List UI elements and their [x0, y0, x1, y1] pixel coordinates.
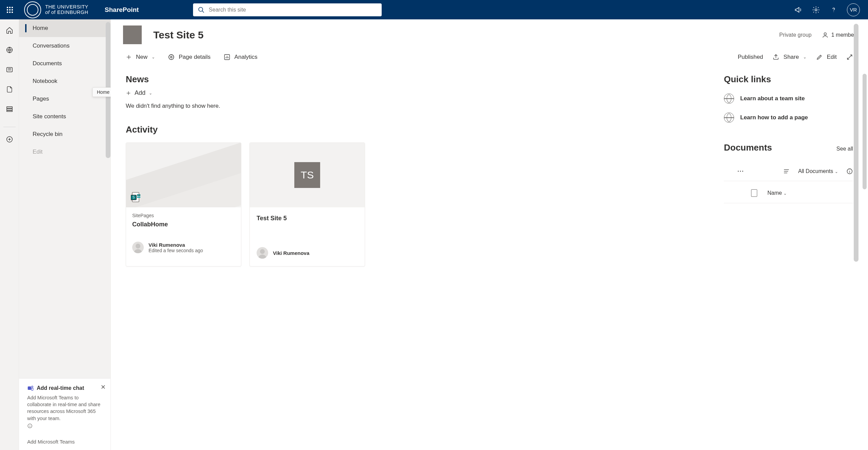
globe-icon	[724, 93, 734, 104]
site-title[interactable]: Test Site 5	[153, 29, 204, 41]
megaphone-icon[interactable]	[794, 5, 803, 14]
file-type-column-icon[interactable]	[751, 189, 757, 197]
svg-text:S: S	[133, 195, 135, 199]
search-input[interactable]	[209, 7, 377, 13]
app-name[interactable]: SharePoint	[105, 6, 139, 14]
avatar-icon	[132, 242, 144, 253]
members-count[interactable]: 1 member	[822, 32, 856, 38]
card-title: CollabHome	[132, 221, 235, 228]
documents-columns: Name ⌄	[724, 181, 853, 203]
nav-documents[interactable]: Documents	[19, 55, 110, 72]
documents-section: Documents See all ··· All Documents ⌄ Na…	[724, 142, 853, 203]
chevron-down-icon: ⌄	[149, 91, 152, 96]
search-icon	[198, 6, 205, 13]
svg-rect-8	[6, 107, 12, 108]
card-category: SitePages	[132, 213, 235, 218]
rail-home-icon[interactable]	[5, 26, 14, 34]
svg-point-23	[171, 56, 172, 58]
news-empty: We didn't find anything to show here.	[126, 103, 705, 109]
news-add-button[interactable]: Add ⌄	[126, 89, 705, 97]
view-menu-icon	[783, 169, 790, 174]
analytics-button[interactable]: Analytics	[224, 54, 258, 60]
site-header: Test Site 5 Private group 1 member	[111, 19, 868, 50]
canvas: Test Site 5 Private group 1 member New ⌄	[111, 19, 868, 450]
quicklink-item[interactable]: Learn how to add a page	[724, 112, 853, 123]
more-actions-button[interactable]: ···	[737, 168, 744, 174]
info-icon[interactable]	[846, 168, 853, 175]
nav-recycle-bin[interactable]: Recycle bin	[19, 125, 110, 143]
add-teams-link[interactable]: Add Microsoft Teams	[27, 439, 102, 445]
card-title: Test Site 5	[257, 215, 358, 222]
app-launcher[interactable]	[0, 0, 19, 19]
tenant-name: THE UNIVERSITY of of EDINBURGH	[45, 4, 88, 15]
chevron-down-icon: ⌄	[152, 55, 155, 59]
card-preview: TS	[250, 143, 365, 207]
card-subtitle: Edited a few seconds ago	[149, 248, 203, 253]
callout-title: Add real-time chat	[37, 385, 84, 391]
rail-files-icon[interactable]	[5, 85, 14, 93]
svg-point-18	[30, 425, 30, 425]
callout-close-icon[interactable]: ✕	[101, 383, 106, 391]
svg-rect-33	[137, 194, 140, 196]
rail-lists-icon[interactable]	[5, 105, 14, 113]
svg-rect-5	[6, 68, 12, 72]
svg-point-3	[833, 11, 834, 12]
edit-button[interactable]: Edit	[816, 54, 837, 60]
news-section: News Add ⌄ We didn't find anything to sh…	[126, 74, 705, 109]
svg-rect-10	[6, 110, 12, 112]
svg-line-1	[202, 11, 204, 13]
svg-point-19	[824, 33, 827, 35]
teams-icon	[27, 385, 34, 392]
canvas-scrollbar[interactable]	[863, 74, 867, 189]
help-icon[interactable]	[829, 5, 838, 14]
svg-point-2	[815, 9, 817, 11]
activity-section: Activity S SitePages CollabHome	[126, 124, 705, 266]
nav-conversations[interactable]: Conversations	[19, 37, 110, 55]
app-rail	[0, 19, 19, 450]
see-all-link[interactable]: See all	[836, 146, 853, 152]
svg-point-15	[32, 386, 33, 387]
name-column[interactable]: Name ⌄	[767, 190, 787, 196]
chevron-down-icon: ⌄	[803, 55, 806, 59]
sitepage-icon: S	[131, 192, 142, 203]
site-logo[interactable]	[123, 25, 142, 44]
rail-mysites-icon[interactable]	[5, 46, 14, 54]
share-button[interactable]: Share ⌄	[772, 54, 806, 60]
nav-edit[interactable]: Edit	[19, 143, 110, 161]
avatar-icon	[257, 247, 268, 259]
documents-heading: Documents	[724, 142, 772, 153]
activity-heading: Activity	[126, 124, 705, 135]
tenant-logo[interactable]: THE UNIVERSITY of of EDINBURGH	[19, 1, 88, 18]
rail-create-icon[interactable]	[5, 135, 14, 143]
view-selector[interactable]: All Documents ⌄	[798, 168, 838, 174]
svg-rect-14	[28, 386, 31, 390]
callout-body: Add Microsoft Teams to collaborate in re…	[27, 394, 102, 422]
svg-point-40	[849, 170, 850, 170]
quicklink-item[interactable]: Learn about a team site	[724, 93, 853, 104]
rail-news-icon[interactable]	[5, 66, 14, 74]
search-box[interactable]	[193, 3, 382, 16]
nav-site-contents[interactable]: Site contents	[19, 108, 110, 125]
activity-card[interactable]: TS Test Site 5 Viki Rumenova	[249, 142, 365, 266]
site-nav: Home Conversations Documents Notebook Pa…	[19, 19, 111, 450]
globe-icon	[724, 112, 734, 123]
new-button[interactable]: New ⌄	[126, 54, 155, 60]
page-details-button[interactable]: Page details	[168, 54, 211, 60]
me-avatar[interactable]: VR	[847, 3, 860, 16]
university-crest-icon	[24, 1, 41, 18]
teams-callout: ✕ Add real-time chat Add Microsoft Teams…	[19, 378, 110, 450]
suite-bar: THE UNIVERSITY of of EDINBURGH SharePoin…	[0, 0, 868, 19]
settings-icon[interactable]	[812, 5, 820, 14]
quicklinks-section: Quick links Learn about a team site Lear…	[724, 74, 853, 123]
card-author: Viki Rumenova	[273, 250, 309, 256]
activity-card[interactable]: S SitePages CollabHome Viki Rumenova	[126, 142, 241, 266]
callout-info-icon[interactable]	[27, 423, 102, 430]
nav-home[interactable]: Home	[19, 19, 110, 37]
site-tile: TS	[294, 162, 320, 188]
waffle-icon	[7, 7, 13, 13]
news-heading: News	[126, 74, 705, 85]
card-author: Viki Rumenova	[149, 242, 203, 248]
card-preview: S	[126, 143, 241, 207]
quicklinks-heading: Quick links	[724, 74, 853, 85]
expand-button[interactable]	[846, 54, 853, 60]
